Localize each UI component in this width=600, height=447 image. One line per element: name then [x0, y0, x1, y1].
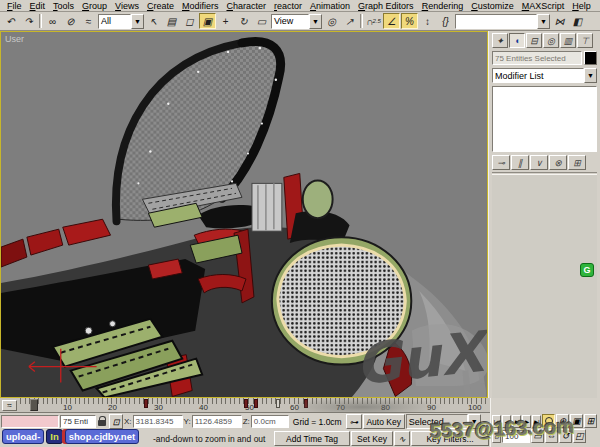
select-and-rotate-button[interactable]: ↻ [235, 13, 252, 29]
y-coordinate-field[interactable]: 1126.4859 [192, 415, 242, 428]
menu-item-modifiers[interactable]: Modifiers [178, 1, 223, 11]
menu-item-group[interactable]: Group [78, 1, 111, 11]
configure-modifier-sets-button[interactable]: ⊞ [568, 155, 586, 170]
notification-icon[interactable]: G [580, 263, 594, 277]
absolute-offset-toggle[interactable]: ⊡ [109, 414, 123, 429]
scene-3d[interactable]: GuX [1, 32, 487, 397]
menu-item-graph-editors[interactable]: Graph Editors [354, 1, 418, 11]
goto-start-button[interactable]: |◀ [492, 415, 501, 428]
min-max-toggle-button[interactable]: ◰ [573, 429, 586, 443]
tab-hierarchy[interactable]: ⊟ [526, 33, 542, 48]
z-coordinate-field[interactable]: 0.0cm [251, 415, 289, 428]
play-button[interactable]: ▶ [512, 415, 521, 428]
unlink-selection-button[interactable]: ⊘ [62, 13, 79, 29]
keyframe-marker-hollow[interactable] [276, 399, 280, 408]
track-bar[interactable]: ≈ 10 20 30 40 50 60 70 80 90 100 [0, 398, 490, 413]
show-end-result-button[interactable]: ∥ [511, 155, 529, 170]
keyframe-marker[interactable] [244, 399, 248, 408]
set-key-button[interactable]: Set Key [351, 431, 393, 446]
selection-set-dropdown[interactable]: Selected ▼ [406, 414, 481, 429]
percent-snap-toggle[interactable]: % [401, 13, 418, 29]
selection-name-field[interactable]: 75 Entities Selected [492, 51, 582, 65]
viewport-label[interactable]: User [5, 34, 24, 44]
previous-frame-button[interactable]: ◀ [502, 415, 511, 428]
menu-item-edit[interactable]: Edit [26, 1, 50, 11]
select-and-link-button[interactable]: ∞ [44, 13, 61, 29]
keyboard-override-toggle[interactable]: {} [437, 13, 454, 29]
auto-key-button[interactable]: Auto Key [363, 414, 405, 429]
zoom-extents-button[interactable]: ▣ [570, 414, 583, 428]
time-slider-handle[interactable] [30, 399, 38, 411]
set-keys-button[interactable]: ⊶ [346, 414, 362, 429]
window-crossing-toggle[interactable]: ▣ [199, 13, 216, 29]
menu-item-rendering[interactable]: Rendering [418, 1, 468, 11]
select-object-button[interactable]: ↖ [145, 13, 162, 29]
tab-modify[interactable]: ◖ [509, 33, 525, 48]
use-center-button[interactable]: ◎ [323, 13, 340, 29]
modifier-list-dropdown[interactable]: Modifier List ▼ [492, 68, 597, 83]
select-manipulate-button[interactable]: ↗ [341, 13, 358, 29]
current-frame-field[interactable]: 100 [502, 430, 530, 443]
mirror-button[interactable]: ⋈ [551, 13, 568, 29]
keyframe-marker[interactable] [254, 399, 258, 408]
zoom-all-button[interactable]: ⊕ [556, 414, 569, 428]
maxscript-mini-listener[interactable] [1, 415, 59, 428]
menu-item-views[interactable]: Views [111, 1, 143, 11]
scale-icon: ▭ [257, 16, 266, 27]
command-panel: ✦ ◖ ⊟ ◎ ▥ ⊤ 75 Entities Selected Modifie… [488, 31, 600, 398]
named-selection-sets-dropdown[interactable]: ▼ [455, 14, 550, 29]
select-and-scale-button[interactable]: ▭ [253, 13, 270, 29]
menu-item-help[interactable]: Help [568, 1, 595, 11]
select-by-name-button[interactable]: ▤ [163, 13, 180, 29]
menu-item-tools[interactable]: Tools [49, 1, 78, 11]
tab-display[interactable]: ▥ [560, 33, 576, 48]
snap-toggle-button[interactable]: ∩2.5 [365, 13, 382, 29]
tab-motion[interactable]: ◎ [543, 33, 559, 48]
key-mode-button[interactable]: ⊙ [492, 430, 501, 443]
rect-region-icon: ◻ [185, 16, 193, 27]
key-mode-toggle[interactable]: ∿ [394, 431, 410, 446]
selection-lock-icon[interactable] [97, 415, 108, 428]
object-color-swatch[interactable] [584, 51, 597, 65]
select-and-move-button[interactable]: + [217, 13, 234, 29]
menu-item-customize[interactable]: Customize [467, 1, 518, 11]
menu-item-file[interactable]: File [3, 1, 26, 11]
spinner-snap-toggle[interactable]: ↕ [419, 13, 436, 29]
pin-stack-button[interactable]: ⊸ [492, 155, 510, 170]
tab-create[interactable]: ✦ [492, 33, 508, 48]
keyframe-marker[interactable] [144, 399, 148, 408]
modifier-stack-list[interactable] [492, 86, 597, 152]
region-zoom-button[interactable]: ▭ [531, 429, 544, 443]
angle-snap-toggle[interactable]: ∠ [383, 13, 400, 29]
menu-item-character[interactable]: Character [222, 1, 270, 11]
zoom-button[interactable] [542, 414, 555, 428]
undo-button[interactable]: ↶ [2, 13, 19, 29]
menu-item-animation[interactable]: Animation [306, 1, 354, 11]
redo-button[interactable]: ↷ [20, 13, 37, 29]
pan-button[interactable]: ⇔ [545, 429, 558, 443]
reference-coordinate-dropdown[interactable]: View ▼ [271, 14, 322, 29]
tab-utilities[interactable]: ⊤ [577, 33, 593, 48]
viewport-user[interactable]: User [0, 31, 488, 398]
selection-region-button[interactable]: ◻ [181, 13, 198, 29]
align-button[interactable]: ◧ [569, 13, 586, 29]
goto-end-button[interactable]: ▶| [532, 415, 541, 428]
next-frame-button[interactable]: ▶ [522, 415, 531, 428]
y-label: Y: [184, 417, 191, 426]
key-filters-button[interactable]: Key Filters... [411, 431, 489, 446]
add-time-tag-button[interactable]: Add Time Tag [274, 431, 350, 446]
make-unique-button[interactable]: ∨ [530, 155, 548, 170]
menu-item-reactor[interactable]: reactor [270, 1, 306, 11]
x-coordinate-field[interactable]: 3181.8345 [133, 415, 183, 428]
menu-item-maxscript[interactable]: MAXScript [518, 1, 569, 11]
mini-curve-editor-button[interactable]: ≈ [2, 400, 17, 411]
modifier-list-value: Modifier List [492, 68, 584, 83]
arc-rotate-button[interactable]: ↺ [559, 429, 572, 443]
bind-to-spacewarp-button[interactable]: ≈ [80, 13, 97, 29]
selection-filter-dropdown[interactable]: All ▼ [98, 14, 144, 29]
menu-item-create[interactable]: Create [143, 1, 178, 11]
z-label: Z: [243, 417, 250, 426]
keyframe-marker[interactable] [304, 399, 308, 408]
zoom-extents-all-button[interactable]: ⊞ [584, 414, 597, 428]
remove-modifier-button[interactable]: ⊗ [549, 155, 567, 170]
